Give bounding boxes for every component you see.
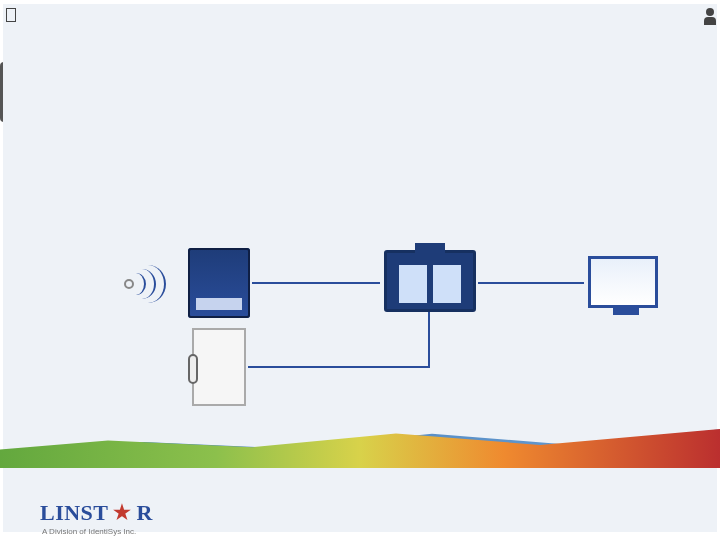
star-icon <box>113 503 133 523</box>
access-controller-icon <box>384 250 476 312</box>
workstation-monitor-icon <box>588 256 658 308</box>
wire-reader-controller <box>252 282 380 284</box>
logo-text-suffix: R <box>137 500 153 526</box>
wire-to-door <box>248 366 430 368</box>
logo-text-prefix: LINST <box>40 500 109 526</box>
linstar-logo: LINST R <box>40 500 153 526</box>
wire-controller-host <box>478 282 584 284</box>
mobile-badge-icon <box>0 62 36 122</box>
nfc-signal-icon <box>124 268 170 300</box>
wire-controller-down <box>428 312 430 366</box>
logo-tagline: A Division of IdentiSys Inc. <box>42 527 136 536</box>
door-lock-icon <box>192 328 246 406</box>
card-reader-icon <box>188 248 250 318</box>
